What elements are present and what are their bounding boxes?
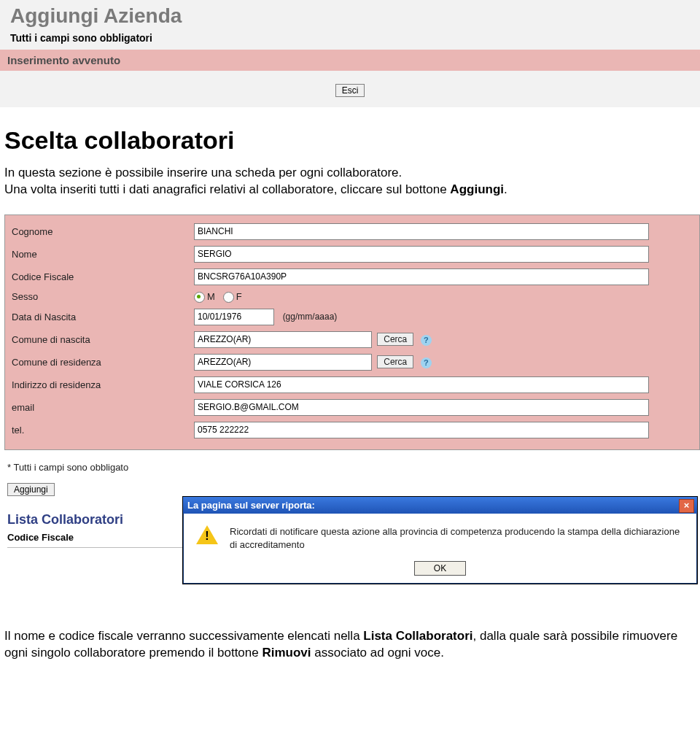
p2b: Lista Collaboratori [363, 629, 472, 643]
dialog-title: La pagina sul server riporta: [187, 500, 315, 511]
intro-line-2a: Una volta inseriti tutti i dati anagrafi… [4, 182, 450, 196]
esci-button[interactable]: Esci [335, 84, 365, 97]
p2e: associato ad ogni voce. [311, 646, 444, 660]
top-panel: Aggiungi Azienda Tutti i campi sono obbl… [0, 0, 700, 107]
p2d: Rimuovi [262, 646, 311, 660]
aggiungi-button[interactable]: Aggiungi [7, 483, 55, 496]
input-cognome[interactable] [194, 223, 649, 240]
closing-paragraph: Il nome e codice fiscale verranno succes… [4, 628, 696, 662]
cerca-comune-residenza-button[interactable]: Cerca [377, 355, 413, 368]
radio-label-m: M [207, 291, 215, 302]
intro-line-1: In questa sezione è possibile inserire u… [4, 166, 402, 179]
label-tel: tel. [11, 421, 193, 439]
dialog-close-button[interactable]: × [679, 499, 694, 513]
help-icon[interactable]: ? [421, 357, 432, 368]
dialog-titlebar: La pagina sul server riporta: × [183, 497, 697, 514]
warning-icon [196, 525, 218, 544]
close-icon: × [684, 500, 690, 511]
label-indirizzo-residenza: Indirizzo di residenza [11, 376, 193, 394]
label-sesso: Sesso [11, 290, 193, 304]
input-tel[interactable] [194, 422, 649, 438]
dialog-message: Ricordati di notificare questa azione al… [230, 525, 684, 551]
date-format-hint: (gg/mm/aaaa) [283, 312, 338, 322]
label-comune-residenza: Comune di residenza [11, 353, 193, 371]
aggiungi-row: Aggiungi [7, 483, 700, 496]
radio-sesso-f[interactable] [223, 292, 234, 303]
input-codice-fiscale[interactable] [194, 268, 649, 285]
input-comune-residenza[interactable] [194, 354, 372, 371]
label-comune-nascita: Comune di nascita [11, 330, 193, 349]
dialog-footer: OK [183, 558, 697, 584]
label-data-nascita: Data di Nascita [11, 308, 193, 326]
mandatory-note: * Tutti i campi sono obbligato [7, 462, 700, 473]
radio-sesso-m[interactable] [194, 292, 205, 303]
intro-line-2b: Aggiungi [450, 182, 504, 196]
p2a: Il nome e codice fiscale verranno succes… [4, 629, 363, 643]
label-cognome: Cognome [11, 223, 193, 241]
input-nome[interactable] [194, 246, 649, 263]
label-email: email [11, 398, 193, 417]
dialog-ok-button[interactable]: OK [414, 561, 466, 576]
radio-label-f: F [236, 291, 242, 302]
input-indirizzo-residenza[interactable] [194, 376, 649, 393]
dialog-body: Ricordati di notificare questa azione al… [183, 514, 697, 558]
status-banner: Inserimento avvenuto [0, 50, 700, 71]
help-icon[interactable]: ? [421, 335, 432, 346]
collaborator-form: Cognome Nome Codice Fiscale Sesso M F Da… [4, 214, 700, 450]
label-codice-fiscale: Codice Fiscale [11, 268, 193, 286]
input-email[interactable] [194, 399, 649, 416]
page-title: Aggiungi Azienda [0, 0, 700, 28]
section-heading: Scelta collaboratori [4, 126, 700, 155]
cerca-comune-nascita-button[interactable]: Cerca [377, 333, 413, 346]
input-comune-nascita[interactable] [194, 331, 372, 348]
page-subtitle: Tutti i campi sono obbligatori [0, 28, 700, 50]
intro-line-2c: . [504, 182, 508, 196]
esci-row: Esci [0, 71, 700, 97]
server-dialog: La pagina sul server riporta: × Ricordat… [182, 496, 698, 584]
intro-paragraph: In questa sezione è possibile inserire u… [4, 165, 696, 198]
label-nome: Nome [11, 245, 193, 263]
input-data-nascita[interactable] [194, 309, 274, 325]
